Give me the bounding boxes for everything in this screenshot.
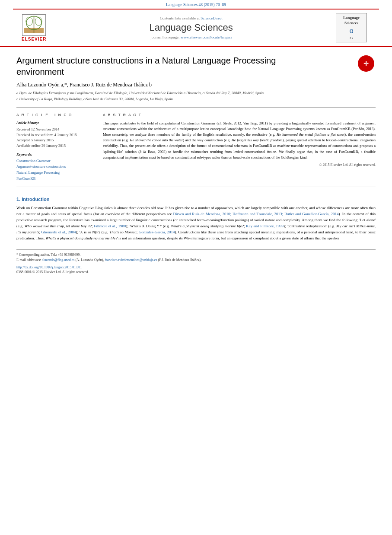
journal-reference: Language Sciences 48 (2015) 70–89 [0,0,392,9]
header-left: ELSEVIER [22,14,46,41]
homepage-url[interactable]: www.elsevier.com/locate/langsci [181,35,232,39]
journal-homepage: journal homepage: www.elsevier.com/locat… [46,35,336,39]
page: Language Sciences 48 (2015) 70–89 ELSEVI… [0,0,392,535]
ref-fillmore-1988[interactable]: Fillmore et al., 1988 [94,224,126,228]
article-info-header: A R T I C L E I N F O [16,113,94,117]
abstract-header: A B S T R A C T [103,113,376,117]
abstract-text: This paper contributes to the field of c… [103,121,376,160]
affiliation-b: b University of La Rioja, Philology Buil… [16,97,376,102]
article-title: Argument structure constructions in a Na… [16,55,319,77]
ref-butler[interactable]: Butler and González-García, 2014 [284,212,339,216]
header-center: Contents lists available at ScienceDirec… [46,16,336,39]
sciencedirect-link[interactable]: ScienceDirect [201,16,222,20]
crossmark[interactable]: ✛ [356,55,376,72]
keyword-2[interactable]: Argument-structure constructions [16,164,94,170]
elsevier-tree-icon [22,14,46,36]
left-column: A R T I C L E I N F O Article history: R… [16,113,94,182]
keyword-4[interactable]: FunGramKB [16,176,94,182]
elsevier-logo: ELSEVIER [22,14,46,41]
ref-dirven[interactable]: Dirven and Ruiz de Mendoza, 2010; [173,212,231,216]
article-received: Received 12 November 2014 [16,127,94,132]
introduction-section: 1. Introduction Work on Construction Gra… [16,197,376,242]
lang-sci-logo: Language Sciences α β γ [336,13,367,42]
intro-paragraph: Work on Construction Grammar within Cogn… [16,205,376,242]
issn-copyright: 0388-0001/© 2015 Elsevier Ltd. All right… [16,270,376,274]
email-b-link[interactable]: francisco.ruizdemendoza@unirioja.es [105,258,157,262]
crossmark-icon[interactable]: ✛ [358,55,374,72]
keyword-3[interactable]: Natural Language Processing [16,170,94,176]
ref-kay-fillmore[interactable]: Kay and Fillmore, 1999 [246,224,284,228]
keywords-label: Keywords: [16,152,94,156]
footnote-section: * Corresponding author. Tel.: +34 913988… [16,249,376,274]
ref-hoffmann[interactable]: Hoffmann and Trousdale, 2013; [233,212,283,216]
svg-point-4 [35,17,42,25]
journal-ref-text: Language Sciences 48 (2015) 70–89 [166,3,226,7]
journal-header: ELSEVIER Contents lists available at Sci… [13,9,379,46]
footnote-emails: E-mail addresses: aluzondo@flog.uned.es … [16,258,376,263]
header-right: Language Sciences α β γ [336,13,370,42]
separator-1 [16,107,376,108]
svg-point-3 [26,17,33,25]
email-a-link[interactable]: aluzondo@flog.uned.es [42,258,75,262]
article-revised: Received in revised form 4 January 2015 [16,132,94,138]
doi-line[interactable]: http://dx.doi.org/10.1016/j.langsci.2015… [16,265,376,269]
affiliation-a: a Dpto. de Filologías Extranjeras y sus … [16,91,376,96]
keyword-1[interactable]: Construction Grammar [16,158,94,164]
authors-text: Alba Luzondo-Oyón a,*, Francisco J. Ruiz… [16,82,152,88]
elsevier-label: ELSEVIER [22,37,46,41]
copyright-abstract: © 2015 Elsevier Ltd. All rights reserved… [103,163,376,167]
article-accepted: Accepted 5 January 2015 [16,137,94,143]
article-title-area: Argument structure constructions in a Na… [16,55,376,77]
main-content: Argument structure constructions in a Na… [0,47,392,282]
two-column-section: A R T I C L E I N F O Article history: R… [16,113,376,182]
ref-ghomeshi[interactable]: Ghomeshi et al., 2004 [41,230,76,234]
article-history-label: Article history: [16,121,94,125]
article-available: Available online 29 January 2015 [16,143,94,149]
footnote-corresponding: * Corresponding author. Tel.: +34 913988… [16,252,376,258]
ref-gonzalez[interactable]: González-García, 2014 [139,230,175,234]
separator-2 [16,187,376,187]
authors: Alba Luzondo-Oyón a,*, Francisco J. Ruiz… [16,82,376,88]
contents-line: Contents lists available at ScienceDirec… [46,16,336,20]
journal-title: Language Sciences [46,22,336,33]
right-column: A B S T R A C T This paper contributes t… [103,113,376,182]
section-title: 1. Introduction [16,197,376,202]
